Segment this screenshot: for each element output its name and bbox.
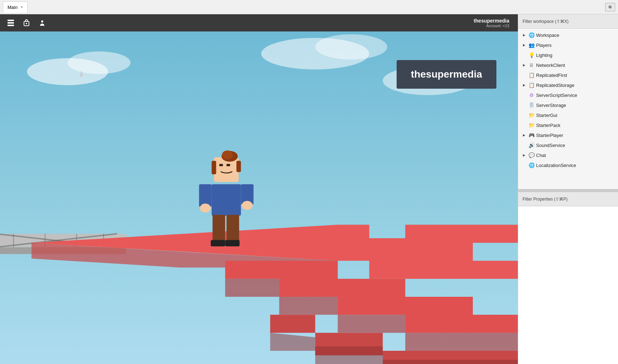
tree-arrow-networkclient xyxy=(521,62,527,68)
filter-properties-bar: Filter Properties (⇧⌘P) xyxy=(518,192,618,206)
tree-label-replicatedfirst: ReplicatedFirst xyxy=(536,73,615,78)
tree-icon-chat: 💬 xyxy=(528,152,535,158)
filter-workspace-label: Filter workspace (⇧⌘X) xyxy=(523,19,569,24)
main-tab[interactable]: Main × xyxy=(3,1,28,13)
svg-rect-35 xyxy=(226,164,230,166)
tab-label: Main xyxy=(8,5,18,10)
svg-rect-0 xyxy=(8,20,14,21)
toolbar-username: thesupermedia xyxy=(474,18,509,24)
svg-rect-1 xyxy=(8,22,14,24)
tree-arrow-lighting xyxy=(521,52,527,58)
tree-icon-starterplayer: 🎮 xyxy=(528,132,535,138)
svg-rect-30 xyxy=(212,184,241,216)
tree-arrow-localizationservice xyxy=(521,162,527,168)
svg-rect-38 xyxy=(212,215,225,242)
tree-label-networkclient: NetworkClient xyxy=(536,63,615,68)
tree-item-starterpack[interactable]: 📁 StarterPack xyxy=(518,120,618,130)
properties-area xyxy=(518,206,618,364)
toolbar: thesupermedia Account: <13 xyxy=(0,14,518,31)
tree-arrow-serverscriptservice xyxy=(521,92,527,98)
tree-item-starterplayer[interactable]: 🎮 StarterPlayer xyxy=(518,130,618,140)
tree-item-networkclient[interactable]: 🖥 NetworkClient xyxy=(518,60,618,70)
tree-arrow-replicatedstorage xyxy=(521,82,527,88)
svg-rect-34 xyxy=(219,164,223,166)
svg-point-13 xyxy=(315,34,387,60)
tree-label-replicatedstorage: ReplicatedStorage xyxy=(536,83,615,88)
tree-item-startergui[interactable]: 📁 StarterGui xyxy=(518,110,618,120)
tree-icon-starterpack: 📁 xyxy=(528,122,535,128)
tree-arrow-chat xyxy=(521,152,527,158)
title-bar: Main × ⧉ xyxy=(0,0,618,14)
explorer-tree[interactable]: 🌐 Workspace 👥 Players 💡 Lighting 🖥 Netwo… xyxy=(518,29,618,189)
tree-icon-replicatedfirst: 📋 xyxy=(528,72,535,78)
svg-rect-36 xyxy=(212,161,216,174)
main-content: thesupermedia Account: <13 xyxy=(0,14,618,364)
tab-close-button[interactable]: × xyxy=(20,5,23,9)
svg-point-45 xyxy=(242,201,252,210)
tree-arrow-players xyxy=(521,42,527,48)
select-tool-button[interactable] xyxy=(4,16,17,29)
tree-item-players[interactable]: 👥 Players xyxy=(518,40,618,50)
tree-arrow-soundservice xyxy=(521,142,527,148)
tree-label-starterplayer: StarterPlayer xyxy=(536,133,615,138)
svg-rect-37 xyxy=(236,161,241,172)
svg-rect-41 xyxy=(225,240,240,246)
tree-arrow-startergui xyxy=(521,112,527,118)
tree-icon-lighting: 💡 xyxy=(528,52,535,58)
tree-label-starterpack: StarterPack xyxy=(536,123,615,128)
tree-item-serverstorage[interactable]: 🗄 ServerStorage xyxy=(518,100,618,110)
avatar-button[interactable] xyxy=(36,16,49,29)
svg-rect-39 xyxy=(226,215,239,242)
user-info: thesupermedia Account: <13 xyxy=(474,18,509,28)
tree-icon-localizationservice: 🌐 xyxy=(528,162,535,168)
tree-item-replicatedstorage[interactable]: 📋 ReplicatedStorage xyxy=(518,80,618,90)
title-bar-controls: ⧉ xyxy=(605,3,615,11)
tree-item-soundservice[interactable]: 🔊 SoundService xyxy=(518,140,618,150)
restore-button[interactable]: ⧉ xyxy=(605,3,615,11)
svg-rect-40 xyxy=(211,240,225,246)
tree-label-workspace: Workspace xyxy=(536,33,615,38)
toolbar-account: Account: <13 xyxy=(474,24,509,28)
tree-label-lighting: Lighting xyxy=(536,53,615,58)
tree-icon-players: 👥 xyxy=(528,42,535,48)
tree-item-workspace[interactable]: 🌐 Workspace xyxy=(518,30,618,40)
tree-label-serverstorage: ServerStorage xyxy=(536,103,615,108)
tree-item-serverscriptservice[interactable]: ⚙ ServerScriptService xyxy=(518,90,618,100)
tree-icon-serverstorage: 🗄 xyxy=(528,102,535,108)
backpack-button[interactable] xyxy=(20,16,33,29)
tree-label-chat: Chat xyxy=(536,153,615,158)
svg-rect-42 xyxy=(199,184,212,207)
tree-arrow-workspace xyxy=(521,32,527,38)
username-overlay: thesupermedia xyxy=(397,60,496,89)
tree-arrow-starterplayer xyxy=(521,132,527,138)
tree-label-startergui: StarterGui xyxy=(536,113,615,118)
svg-rect-2 xyxy=(8,25,14,26)
tree-icon-workspace: 🌐 xyxy=(528,32,535,38)
tree-label-serverscriptservice: ServerScriptService xyxy=(536,93,615,98)
tree-item-chat[interactable]: 💬 Chat xyxy=(518,150,618,160)
tree-item-replicatedfirst[interactable]: 📋 ReplicatedFirst xyxy=(518,70,618,80)
tree-arrow-serverstorage xyxy=(521,102,527,108)
svg-point-11 xyxy=(68,51,131,74)
tree-icon-startergui: 📁 xyxy=(528,112,535,118)
tree-label-localizationservice: LocalizationService xyxy=(536,163,615,168)
filter-workspace-bar: Filter workspace (⇧⌘X) xyxy=(518,14,618,29)
tree-label-soundservice: SoundService xyxy=(536,143,615,148)
viewport-panel: thesupermedia Account: <13 xyxy=(0,14,518,364)
tree-icon-serverscriptservice: ⚙ xyxy=(528,92,535,98)
tree-icon-replicatedstorage: 📋 xyxy=(528,82,535,88)
svg-point-44 xyxy=(200,203,211,212)
tree-icon-soundservice: 🔊 xyxy=(528,142,535,148)
panel-divider xyxy=(518,189,618,192)
tree-item-localizationservice[interactable]: 🌐 LocalizationService xyxy=(518,160,618,170)
viewport-canvas[interactable]: thesupermedia xyxy=(0,31,518,364)
tree-arrow-starterpack xyxy=(521,122,527,128)
tree-icon-networkclient: 🖥 xyxy=(528,62,535,68)
tree-arrow-replicatedfirst xyxy=(521,72,527,78)
tree-label-players: Players xyxy=(536,43,615,48)
svg-point-6 xyxy=(41,20,43,23)
tree-item-lighting[interactable]: 💡 Lighting xyxy=(518,50,618,60)
overlay-username: thesupermedia xyxy=(411,69,482,80)
filter-properties-label: Filter Properties (⇧⌘P) xyxy=(523,197,568,202)
right-panel: Filter workspace (⇧⌘X) 🌐 Workspace 👥 Pla… xyxy=(518,14,618,364)
